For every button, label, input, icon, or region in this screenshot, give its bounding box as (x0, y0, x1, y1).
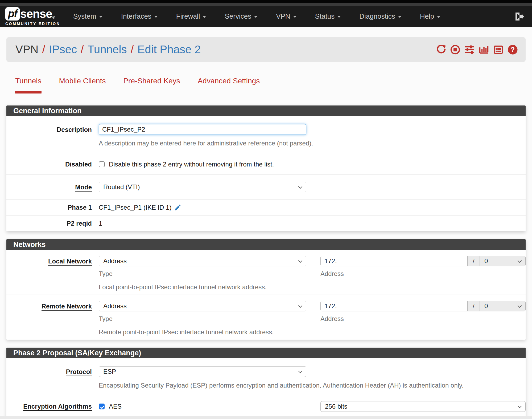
local-network-label-wrap: Local Network (6, 256, 99, 291)
remote-address-helper: Address (320, 315, 526, 323)
description-label: Description (6, 124, 99, 147)
nav-item-status[interactable]: Status (315, 12, 341, 21)
tab-tunnels[interactable]: Tunnels (6, 77, 50, 93)
tab-label: Mobile Clients (59, 77, 106, 85)
refresh-icon[interactable] (436, 45, 446, 55)
tab-pre-shared-keys[interactable]: Pre-Shared Keys (114, 77, 189, 93)
local-type-helper: Type (99, 270, 306, 278)
nav-label: Help (420, 12, 434, 21)
chevron-down-icon (518, 259, 522, 263)
row-mode: Mode Routed (VTI) (6, 175, 526, 200)
phase1-label: Phase 1 (6, 204, 99, 211)
row-protocol: Protocol ESP Encapsulating Security Payl… (6, 358, 526, 395)
protocol-helper: Encapsulating Security Payload (ESP) per… (99, 382, 519, 389)
mode-select[interactable]: Routed (VTI) (99, 182, 306, 192)
remote-address-input[interactable]: 172. (320, 301, 468, 311)
top-navbar: pf sense ® COMMUNITY EDITION System Inte… (0, 6, 532, 27)
pf-logo-box: pf (5, 7, 20, 21)
breadcrumb-separator: / (131, 43, 134, 56)
protocol-select[interactable]: ESP (99, 366, 306, 377)
encryption-algorithms-label: Encryption Algorithms (23, 403, 92, 411)
nav-label: Firewall (176, 12, 200, 21)
logo-registered-mark: ® (52, 15, 55, 19)
row-disabled: Disabled Disable this phase 2 entry with… (6, 154, 526, 175)
row-remote-network: Remote Network Address Type 172. / 0 (6, 295, 526, 340)
remote-mask-select[interactable]: 0 (480, 301, 526, 311)
breadcrumb-separator: / (42, 43, 45, 56)
disabled-label: Disabled (6, 161, 99, 168)
text-caret (102, 126, 102, 133)
chevron-down-icon (518, 404, 522, 408)
breadcrumb-section: VPN (15, 43, 38, 56)
nav-item-interfaces[interactable]: Interfaces (121, 12, 158, 21)
window-top-strip (0, 0, 532, 3)
disabled-checkbox[interactable] (99, 161, 105, 167)
sign-out-icon[interactable] (515, 12, 524, 21)
aes-keylen-value: 256 bits (325, 403, 347, 410)
local-mask-select[interactable]: 0 (480, 256, 526, 266)
panel-phase2-proposal: Phase 2 Proposal (SA/Key Exchange) Proto… (6, 348, 526, 416)
disabled-checkbox-label: Disable this phase 2 entry without remov… (109, 161, 274, 168)
pfsense-logo[interactable]: pf sense ® COMMUNITY EDITION (5, 7, 63, 26)
protocol-label: Protocol (66, 368, 92, 376)
breadcrumb-link-ipsec[interactable]: IPsec (49, 43, 77, 56)
logo-edition-text: COMMUNITY EDITION (5, 22, 63, 26)
breadcrumb: VPN / IPsec / Tunnels / Edit Phase 2 (15, 43, 201, 56)
phase1-value: CF1_IPsec_P1 (IKE ID 1) (99, 204, 171, 211)
local-address-helper: Address (320, 270, 526, 278)
breadcrumb-link-tunnels[interactable]: Tunnels (88, 43, 127, 56)
nav-item-vpn[interactable]: VPN (276, 12, 296, 21)
row-p2reqid: P2 reqid 1 (6, 216, 526, 231)
local-network-type-select[interactable]: Address (99, 256, 306, 266)
nav-label: System (73, 12, 96, 21)
chevron-down-icon (298, 259, 303, 263)
chevron-down-icon (518, 304, 522, 308)
mode-select-value: Routed (VTI) (103, 183, 140, 191)
local-address-input[interactable]: 172. (320, 256, 468, 266)
slash-addon: / (468, 256, 480, 266)
breadcrumb-separator: / (81, 43, 84, 56)
sliders-icon[interactable] (465, 45, 475, 55)
help-icon[interactable]: ? (508, 45, 518, 55)
nav-item-system[interactable]: System (73, 12, 103, 21)
chevron-down-icon (337, 16, 341, 18)
description-input[interactable] (99, 124, 306, 135)
remote-type-value: Address (103, 302, 127, 310)
tab-mobile-clients[interactable]: Mobile Clients (50, 77, 115, 93)
navbar-menu: System Interfaces Firewall Services VPN … (73, 12, 440, 21)
tab-label: Pre-Shared Keys (123, 77, 180, 85)
stop-icon[interactable] (450, 45, 460, 55)
bar-chart-icon[interactable] (479, 45, 489, 55)
nav-item-help[interactable]: Help (420, 12, 440, 21)
aes-checkbox[interactable] (99, 404, 105, 409)
breadcrumb-actions: ? (436, 45, 518, 55)
nav-item-services[interactable]: Services (225, 12, 258, 21)
remote-mask-value: 0 (484, 302, 488, 310)
panel-general-information: General Information Description A descri… (6, 105, 526, 231)
chevron-down-icon (298, 369, 303, 373)
p2reqid-label: P2 reqid (6, 220, 99, 227)
pencil-icon[interactable] (174, 204, 182, 211)
chevron-down-icon (154, 16, 158, 18)
nav-item-diagnostics[interactable]: Diagnostics (359, 12, 401, 21)
remote-network-type-select[interactable]: Address (99, 301, 306, 311)
row-encryption-aes: Encryption Algorithms AES 256 bits (6, 395, 526, 416)
remote-network-label: Remote Network (42, 303, 92, 311)
row-description: Description A description may be entered… (6, 116, 526, 154)
remote-type-helper: Type (99, 315, 306, 323)
aes-keylen-select[interactable]: 256 bits (320, 401, 526, 412)
mode-label-wrap: Mode (6, 182, 99, 192)
slash-addon: / (468, 301, 480, 311)
nav-item-firewall[interactable]: Firewall (176, 12, 207, 21)
tab-advanced-settings[interactable]: Advanced Settings (189, 77, 269, 93)
chevron-down-icon (298, 185, 303, 189)
list-icon[interactable] (493, 45, 503, 55)
svg-text:?: ? (511, 46, 515, 53)
chevron-down-icon (254, 16, 258, 18)
encryption-label-wrap: Encryption Algorithms (6, 403, 99, 410)
p2reqid-value: 1 (99, 220, 102, 227)
tab-underline (198, 91, 260, 93)
tab-label: Tunnels (15, 77, 42, 85)
local-network-helper: Local point-to-point IPsec interface tun… (99, 283, 526, 291)
protocol-label-wrap: Protocol (6, 366, 99, 389)
